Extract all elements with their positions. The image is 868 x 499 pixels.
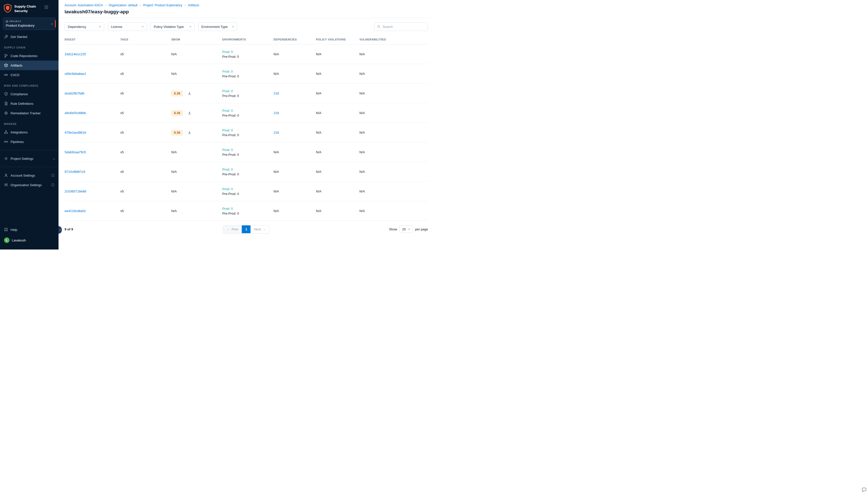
digest-link[interactable]: a9c6e00c66bb <box>64 111 86 115</box>
sbom-download-icon[interactable] <box>188 111 191 115</box>
infinity-icon <box>4 73 8 77</box>
digest-link[interactable]: 9710cf6667c9 <box>64 170 85 174</box>
sidebar-item-cicd[interactable]: CI/CD <box>0 70 59 80</box>
column-header: VULNERABILITIES <box>359 38 428 41</box>
main-content: Account: Automation-SSCA›Organization: d… <box>59 0 434 250</box>
dependencies-link[interactable]: 218 <box>273 131 279 134</box>
vulnerabilities-cell: N/A <box>359 92 428 95</box>
artifact-row: 9710cf6667c9v5N/AProd: 0Pre-Prod: 0N/AN/… <box>64 162 428 182</box>
row-count-summary: 9 of 9 <box>64 227 73 231</box>
env-preprod-value: Pre-Prod: 0 <box>222 94 239 98</box>
divider <box>185 91 185 96</box>
env-prod-value: Prod: 0 <box>222 207 233 210</box>
person-icon <box>4 173 8 178</box>
vulnerabilities-value: N/A <box>359 150 365 154</box>
page-header: Account: Automation-SSCA›Organization: d… <box>59 0 434 18</box>
search-input[interactable] <box>383 25 425 29</box>
project-icon <box>6 20 8 23</box>
sidebar-item-pipelines[interactable]: Pipelines <box>0 137 59 146</box>
digest-cell: 5dab9caa79c5 <box>64 150 120 154</box>
filter-dropdown-environment-type[interactable]: Environment Type <box>198 22 237 31</box>
breadcrumb-link[interactable]: Project: Product Exploratory <box>143 3 182 7</box>
vulnerabilities-cell: N/A <box>359 72 428 76</box>
breadcrumb-link[interactable]: Artifacts <box>188 3 199 7</box>
vulnerabilities-value: N/A <box>359 209 365 213</box>
artifacts-table: DIGESTTAGSSBOMENVIRONMENTSDEPENDENCIESPO… <box>59 38 434 221</box>
policy-violations-cell: N/A <box>316 131 359 134</box>
search-icon <box>377 25 381 28</box>
filter-dropdown-policy-violation-type[interactable]: Policy Violation Type <box>150 22 195 31</box>
tag-value: v5 <box>120 150 124 154</box>
sidebar-item-project-settings[interactable]: Project Settings › <box>0 154 59 163</box>
env-preprod-value: Pre-Prod: 0 <box>222 172 239 176</box>
environments-cell: Prod: 0Pre-Prod: 0 <box>222 168 273 176</box>
sbom-download-icon[interactable] <box>188 131 191 134</box>
artifact-row: 5dab9caa79c5v5N/AProd: 0Pre-Prod: 0N/AN/… <box>64 143 428 162</box>
tags-cell: v5 <box>120 111 171 115</box>
per-page-control: Show 20 per page <box>389 226 428 233</box>
env-prod-value: Prod: 0 <box>222 50 233 54</box>
digest-link[interactable]: dcdd29b7fafb <box>64 92 84 95</box>
prev-label: Prev <box>232 227 238 231</box>
sbom-cell: 6.38 <box>171 130 222 135</box>
digest-link[interactable]: ee4218cdba0c <box>64 209 86 213</box>
tags-cell: v5 <box>120 92 171 95</box>
sbom-score-badge: 6.38 <box>171 130 183 135</box>
dependencies-link[interactable]: 218 <box>273 111 279 115</box>
sidebar-item-compliance[interactable]: Compliance <box>0 89 59 99</box>
sidebar-item-remediation-tracker[interactable]: Remediation Tracker <box>0 108 59 118</box>
nav-label: Integrations <box>11 130 28 134</box>
search-box[interactable] <box>374 22 428 31</box>
project-selector[interactable]: PROJECT Product Exploratory › <box>3 17 55 30</box>
environments-cell: Prod: 0Pre-Prod: 0 <box>222 50 273 59</box>
sidebar-item-integrations[interactable]: Integrations <box>0 127 59 137</box>
sidebar-item-artifacts[interactable]: Artifacts <box>0 61 59 70</box>
sidebar-item-rule-definitions[interactable]: Rule Definitions <box>0 99 59 108</box>
sidebar-item-help[interactable]: Help <box>0 225 59 234</box>
filter-dropdown-license[interactable]: License <box>108 22 147 31</box>
breadcrumb: Account: Automation-SSCA›Organization: d… <box>64 3 428 7</box>
prev-page-button[interactable]: ←Prev <box>223 226 242 233</box>
column-header: DEPENDENCIES <box>273 38 316 41</box>
dropdown-label: Policy Violation Type <box>154 25 184 29</box>
artifact-row: 33d114e1c225v5N/AProd: 0Pre-Prod: 0N/AN/… <box>64 45 428 64</box>
vulnerabilities-cell: N/A <box>359 170 428 174</box>
digest-link[interactable]: 5dab9caa79c5 <box>64 150 86 154</box>
digest-link[interactable]: 2c5365718e88 <box>64 190 86 193</box>
env-prod-value: Prod: 0 <box>222 148 233 152</box>
breadcrumb-link[interactable]: Organization: default <box>109 3 137 7</box>
digest-link[interactable]: 479e2acd981b <box>64 131 86 134</box>
dependencies-link[interactable]: 218 <box>273 92 279 95</box>
sidebar-item-organization-settings[interactable]: Organization Settings ⓘ <box>0 180 59 190</box>
env-prod-value: Prod: 0 <box>222 187 233 191</box>
tags-cell: v5 <box>120 52 171 56</box>
sbom-download-icon[interactable] <box>188 92 191 95</box>
sidebar-item-account-settings[interactable]: Account Settings ⓘ <box>0 171 59 180</box>
dependencies-value: N/A <box>273 150 279 154</box>
nav-label: Help <box>11 228 17 232</box>
brand-title: Supply Chain Security <box>14 3 42 13</box>
filter-dropdown-dependency[interactable]: Dependency <box>64 22 104 31</box>
page-1-button[interactable]: 1 <box>242 226 251 233</box>
vulnerabilities-value: N/A <box>359 92 365 95</box>
sidebar: Supply Chain Security PROJECT Product Ex… <box>0 0 59 250</box>
breadcrumb-link[interactable]: Account: Automation-SSCA <box>64 3 103 7</box>
per-page-select[interactable]: 20 <box>399 226 413 233</box>
sidebar-item-code-repositories[interactable]: Code Repositories <box>0 51 59 61</box>
policy-violations-cell: N/A <box>316 190 359 193</box>
digest-link[interactable]: c69c5b6a8ae2 <box>64 72 86 76</box>
user-menu[interactable]: L Lavakush <box>0 234 59 247</box>
dropdown-label: Environment Type <box>201 25 228 29</box>
vulnerabilities-value: N/A <box>359 170 365 174</box>
sbom-cell: 6.38 <box>171 91 222 96</box>
digest-link[interactable]: 33d114e1c225 <box>64 52 86 56</box>
env-prod-value: Prod: 0 <box>222 70 233 73</box>
column-header: ENVIRONMENTS <box>222 38 273 41</box>
next-page-button[interactable]: Next→ <box>251 226 270 233</box>
project-name: Product Exploratory <box>6 24 34 27</box>
gear-icon <box>4 157 8 160</box>
table-body: 33d114e1c225v5N/AProd: 0Pre-Prod: 0N/AN/… <box>64 45 428 221</box>
policy-violations-cell: N/A <box>316 150 359 154</box>
app-grid-icon[interactable] <box>45 5 48 9</box>
sidebar-item-get-started[interactable]: Get Started <box>0 32 59 41</box>
